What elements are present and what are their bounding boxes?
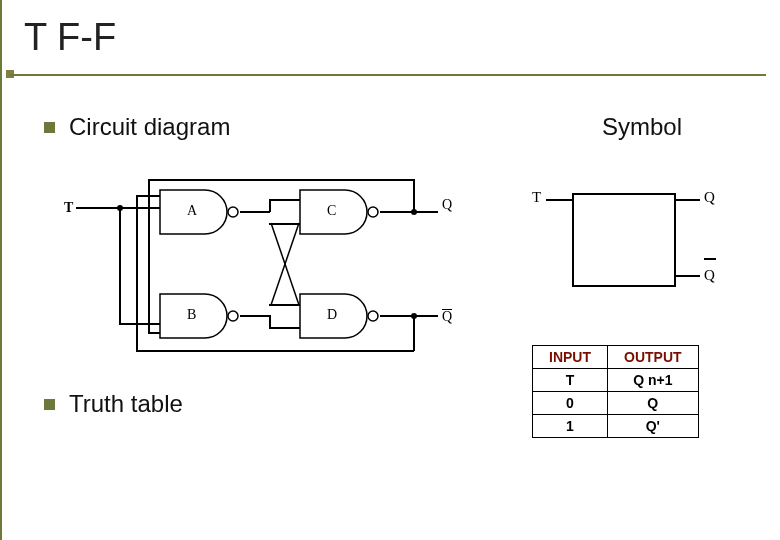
table-row: 0 Q: [533, 392, 699, 415]
symbol-q-label: Q: [704, 189, 715, 206]
heading-circuit: Circuit diagram: [69, 113, 230, 141]
wire: [269, 223, 300, 225]
svg-point-2: [368, 207, 378, 217]
nand-gate-d-icon: [299, 293, 385, 339]
svg-point-0: [228, 207, 238, 217]
sub-q: Q n+1: [608, 369, 699, 392]
heading-truth: Truth table: [69, 390, 183, 418]
slide: T F-F Circuit diagram Symbol T A B C: [0, 0, 780, 540]
cross-wire-icon: [269, 215, 309, 315]
th-output: OUTPUT: [608, 346, 699, 369]
bullet-square-icon: [44, 122, 55, 133]
symbol-input-label: T: [532, 189, 541, 206]
wire: [240, 211, 270, 213]
truth-table: INPUT OUTPUT T Q n+1 0 Q 1 Q': [532, 345, 699, 438]
wire: [119, 207, 121, 324]
symbol-diagram: T Q Q: [532, 185, 722, 295]
table-row: INPUT OUTPUT: [533, 346, 699, 369]
wire-node: [117, 205, 123, 211]
bullet-truth: Truth table: [2, 330, 183, 418]
bullet-square-icon: [44, 399, 55, 410]
slide-title: T F-F: [24, 16, 116, 58]
heading-symbol: Symbol: [602, 113, 690, 141]
th-input: INPUT: [533, 346, 608, 369]
table-row: T Q n+1: [533, 369, 699, 392]
circuit-input-label: T: [64, 200, 73, 216]
wire: [148, 179, 150, 333]
wire: [413, 179, 415, 212]
wire: [148, 179, 414, 181]
gate-c-label: C: [327, 203, 336, 219]
gate-b-label: B: [187, 307, 196, 323]
wire: [76, 207, 120, 209]
wire: [380, 211, 438, 213]
circuit-q-label: Q: [442, 197, 452, 213]
sub-t: T: [533, 369, 608, 392]
cell: 0: [533, 392, 608, 415]
gate-a-label: A: [187, 203, 197, 219]
wire: [269, 199, 300, 201]
svg-point-1: [228, 311, 238, 321]
wire: [136, 195, 138, 351]
bullet-circuit: Circuit diagram: [44, 113, 230, 141]
wire: [240, 315, 270, 317]
title-underline: [10, 74, 766, 76]
wire: [546, 199, 572, 201]
wire: [674, 275, 700, 277]
wire: [269, 199, 271, 212]
symbol-qbar-overline: [704, 258, 716, 260]
cell: Q: [608, 392, 699, 415]
nand-gate-c-icon: [299, 189, 385, 235]
nand-gate-a-icon: [159, 189, 245, 235]
svg-point-3: [368, 311, 378, 321]
wire: [413, 316, 415, 351]
wire: [269, 327, 300, 329]
cell: 1: [533, 415, 608, 438]
table-row: 1 Q': [533, 415, 699, 438]
wire: [119, 323, 160, 325]
wire: [380, 315, 438, 317]
title-area: T F-F: [2, 0, 780, 63]
wire: [674, 199, 700, 201]
circuit-qbar-label: Q: [442, 309, 452, 325]
qbar-overline: [442, 309, 452, 310]
symbol-box-icon: [572, 193, 676, 287]
symbol-qbar-label: Q: [704, 267, 715, 284]
cell: Q': [608, 415, 699, 438]
wire: [269, 304, 300, 306]
wire: [119, 207, 160, 209]
gate-d-label: D: [327, 307, 337, 323]
